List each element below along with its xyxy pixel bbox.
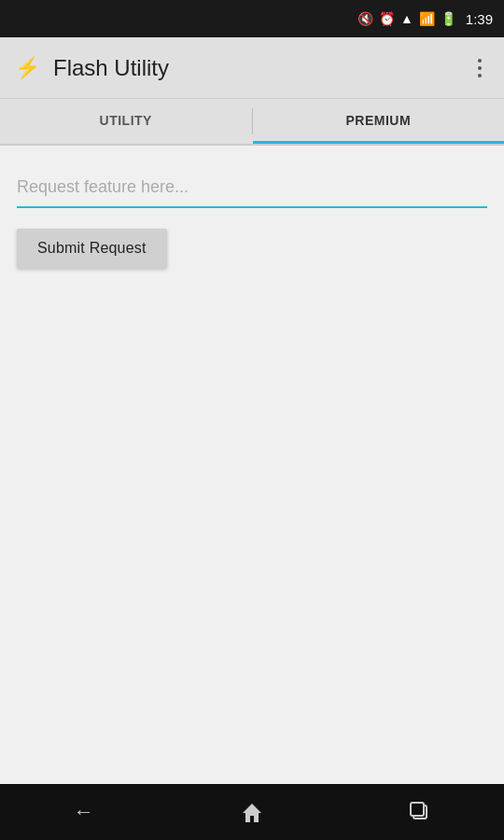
signal-icon: 📶 [419, 11, 435, 26]
dot [478, 59, 482, 63]
tab-premium[interactable]: PREMIUM [253, 99, 505, 144]
status-bar: 🔇 ⏰ ▲ 📶 🔋 1:39 [0, 0, 504, 37]
feature-input-container [17, 172, 487, 208]
status-time: 1:39 [466, 11, 493, 27]
battery-icon: 🔋 [441, 11, 456, 26]
tab-bar: UTILITY PREMIUM [0, 99, 504, 146]
dot [478, 66, 482, 70]
nav-bar: ← [0, 784, 504, 840]
alarm-icon: ⏰ [379, 11, 395, 26]
flash-icon: ⚡ [15, 56, 40, 80]
dot [478, 74, 482, 77]
app-title: Flash Utility [53, 55, 470, 81]
recents-button[interactable] [391, 792, 449, 832]
home-button[interactable] [222, 792, 282, 832]
wifi-icon: ▲ [400, 11, 413, 26]
home-icon [241, 802, 263, 822]
back-icon: ← [74, 800, 94, 824]
app-bar: ⚡ Flash Utility [0, 37, 504, 99]
recents-icon [410, 802, 430, 822]
submit-request-button[interactable]: Submit Request [17, 229, 167, 268]
overflow-menu-button[interactable] [470, 51, 489, 85]
back-button[interactable]: ← [55, 791, 113, 833]
svg-rect-2 [411, 803, 424, 816]
feature-request-input[interactable] [17, 172, 487, 203]
tab-utility[interactable]: UTILITY [0, 99, 252, 144]
mute-icon: 🔇 [357, 11, 373, 26]
main-content: Submit Request [0, 146, 504, 784]
svg-marker-0 [243, 804, 261, 822]
